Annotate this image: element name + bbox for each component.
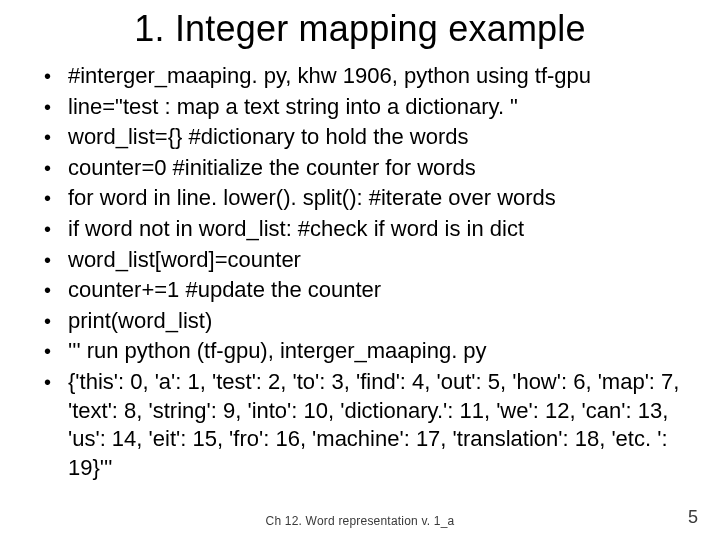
footer-center-text: Ch 12. Word representation v. 1_a [0, 514, 720, 528]
page-number: 5 [688, 507, 698, 528]
list-item: line="test : map a text string into a di… [34, 93, 690, 122]
slide-title: 1. Integer mapping example [20, 8, 700, 50]
list-item: word_list={} #dictionary to hold the wor… [34, 123, 690, 152]
list-item: for word in line. lower(). split(): #ite… [34, 184, 690, 213]
list-item: word_list[word]=counter [34, 246, 690, 275]
bullet-list: #interger_maaping. py, khw 1906, python … [34, 62, 690, 482]
list-item: print(word_list) [34, 307, 690, 336]
list-item: ''' run python (tf-gpu), interger_maapin… [34, 337, 690, 366]
slide: 1. Integer mapping example #interger_maa… [0, 0, 720, 540]
list-item: {'this': 0, 'a': 1, 'test': 2, 'to': 3, … [34, 368, 690, 482]
slide-body: #interger_maaping. py, khw 1906, python … [20, 62, 700, 482]
list-item: #interger_maaping. py, khw 1906, python … [34, 62, 690, 91]
list-item: counter=0 #initialize the counter for wo… [34, 154, 690, 183]
list-item: if word not in word_list: #check if word… [34, 215, 690, 244]
list-item: counter+=1 #update the counter [34, 276, 690, 305]
